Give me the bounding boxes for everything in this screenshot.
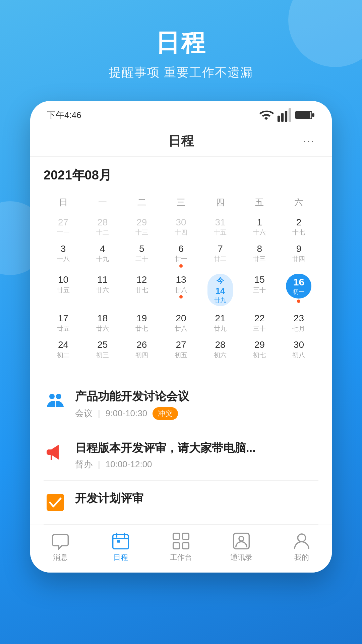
more-icon[interactable]: ··· — [303, 135, 315, 147]
event-title-2: 日程版本开发评审，请大家带电脑... — [75, 440, 318, 455]
calendar-day-cell[interactable]: 10廿五 — [44, 272, 83, 308]
nav-label-schedule: 日程 — [113, 552, 128, 562]
calendar-day-cell[interactable]: 13廿八 — [161, 272, 200, 308]
app-header: 日程 ··· — [30, 126, 332, 157]
svg-rect-0 — [278, 116, 280, 122]
calendar-day-cell[interactable]: 5二十 — [122, 241, 161, 270]
contacts-icon — [232, 532, 251, 550]
event-type-2: 督办 — [75, 459, 93, 470]
calendar-day-cell[interactable]: 25初三 — [83, 337, 122, 361]
calendar-day-cell[interactable]: 9廿四 — [279, 241, 318, 270]
weekday-thu: 四 — [201, 194, 240, 211]
calendar-month: 2021年08月 — [44, 167, 318, 184]
calendar-day-cell[interactable]: 19廿七 — [122, 310, 161, 335]
nav-item-messages[interactable]: 消息 — [30, 532, 90, 562]
battery-icon — [295, 110, 315, 120]
svg-rect-7 — [312, 113, 314, 117]
event-title-3: 开发计划评审 — [75, 491, 318, 505]
event-content-1: 产品功能开发讨论会议 会议 | 9:00-10:30 冲突 — [75, 389, 318, 420]
event-content-3: 开发计划评审 — [75, 491, 318, 509]
calendar-grid: 日 一 二 三 四 五 六 27十一28十二29十三30十四31十五1十六2十七… — [44, 194, 318, 361]
event-meta-2: 督办 | 10:00-12:00 — [75, 459, 318, 470]
calendar-day-cell[interactable]: 28初六 — [201, 337, 240, 361]
conflict-badge-1: 冲突 — [153, 407, 178, 420]
calendar-day-cell[interactable]: 今14廿九 — [201, 272, 240, 308]
nav-label-profile: 我的 — [294, 552, 309, 562]
calendar-day-cell[interactable]: 23七月 — [279, 310, 318, 335]
calendar-section: 2021年08月 日 一 二 三 四 五 六 27十一28十二29十三30十四3… — [30, 157, 332, 371]
svg-point-8 — [49, 394, 55, 399]
status-time: 下午4:46 — [47, 109, 81, 121]
calendar-day-cell[interactable]: 6廿一 — [161, 241, 200, 270]
workbench-icon — [172, 532, 190, 550]
event-content-2: 日程版本开发评审，请大家带电脑... 督办 | 10:00-12:00 — [75, 440, 318, 470]
event-icon-announce — [44, 440, 67, 464]
svg-rect-19 — [173, 542, 180, 549]
calendar-day-cell[interactable]: 21廿九 — [201, 310, 240, 335]
calendar-day-cell[interactable]: 29十三 — [122, 214, 161, 239]
event-meta-1: 会议 | 9:00-10:30 冲突 — [75, 407, 318, 420]
status-icons — [259, 108, 315, 122]
calendar-day-cell[interactable]: 30十四 — [161, 214, 200, 239]
svg-rect-3 — [289, 108, 291, 122]
calendar-day-cell[interactable]: 26初四 — [122, 337, 161, 361]
svg-rect-18 — [183, 533, 189, 539]
calendar-divider — [30, 375, 332, 375]
calendar-day-cell[interactable]: 1十六 — [240, 214, 279, 239]
calendar-day-cell[interactable]: 18廿六 — [83, 310, 122, 335]
phone-mockup: 下午4:46 日程 ··· — [30, 101, 332, 573]
calendar-day-cell[interactable]: 22三十 — [240, 310, 279, 335]
app-header-title: 日程 — [168, 132, 194, 150]
event-icon-task — [44, 491, 67, 514]
calendar-day-cell[interactable]: 27初五 — [161, 337, 200, 361]
calendar-day-cell[interactable]: 8廿三 — [240, 241, 279, 270]
calendar-day-cell[interactable]: 28十二 — [83, 214, 122, 239]
svg-rect-12 — [113, 535, 129, 549]
calendar-day-cell[interactable]: 7廿二 — [201, 241, 240, 270]
event-icon-meeting — [44, 389, 67, 412]
event-time-1: 9:00-10:30 — [106, 408, 147, 419]
weekday-sat: 六 — [279, 194, 318, 211]
page-header: 日程 提醒事项 重要工作不遗漏 — [0, 0, 362, 101]
wifi-icon — [259, 108, 274, 122]
calendar-day-cell[interactable]: 4十九 — [83, 241, 122, 270]
calendar-day-cell[interactable]: 16初一 — [279, 272, 318, 308]
svg-rect-16 — [117, 540, 120, 542]
svg-rect-2 — [285, 111, 287, 122]
calendar-day-cell[interactable]: 29初七 — [240, 337, 279, 361]
event-title-1: 产品功能开发讨论会议 — [75, 389, 318, 404]
event-item-2[interactable]: 日程版本开发评审，请大家带电脑... 督办 | 10:00-12:00 — [44, 430, 318, 481]
calendar-day-cell[interactable]: 27十一 — [44, 214, 83, 239]
calendar-day-cell[interactable]: 24初二 — [44, 337, 83, 361]
profile-icon — [292, 532, 311, 550]
svg-point-23 — [298, 534, 305, 542]
weekday-tue: 二 — [122, 194, 161, 211]
nav-item-schedule[interactable]: 日程 — [90, 532, 151, 562]
weekday-fri: 五 — [240, 194, 279, 211]
page-title: 日程 — [0, 27, 362, 59]
svg-rect-1 — [281, 113, 284, 122]
nav-item-workbench[interactable]: 工作台 — [151, 532, 211, 562]
weekday-mon: 一 — [83, 194, 122, 211]
calendar-day-cell[interactable]: 11廿六 — [83, 272, 122, 308]
event-list: 产品功能开发讨论会议 会议 | 9:00-10:30 冲突 日程版本开发评审，请… — [30, 379, 332, 524]
nav-label-workbench: 工作台 — [170, 552, 192, 562]
calendar-day-cell[interactable]: 3十八 — [44, 241, 83, 270]
calendar-day-cell[interactable]: 15三十 — [240, 272, 279, 308]
calendar-icon — [111, 532, 130, 550]
calendar-day-cell[interactable]: 30初八 — [279, 337, 318, 361]
nav-label-messages: 消息 — [53, 552, 68, 562]
calendar-day-cell[interactable]: 31十五 — [201, 214, 240, 239]
page-subtitle: 提醒事项 重要工作不遗漏 — [0, 64, 362, 81]
event-type-1: 会议 — [75, 408, 93, 419]
calendar-day-cell[interactable]: 17廿五 — [44, 310, 83, 335]
event-item-1[interactable]: 产品功能开发讨论会议 会议 | 9:00-10:30 冲突 — [44, 379, 318, 430]
calendar-day-cell[interactable]: 12廿七 — [122, 272, 161, 308]
nav-item-profile[interactable]: 我的 — [272, 532, 332, 562]
calendar-weekdays: 日 一 二 三 四 五 六 — [44, 194, 318, 211]
event-item-3[interactable]: 开发计划评审 — [44, 481, 318, 525]
nav-item-contacts[interactable]: 通讯录 — [211, 532, 272, 562]
calendar-day-cell[interactable]: 20廿八 — [161, 310, 200, 335]
calendar-day-cell[interactable]: 2十七 — [279, 214, 318, 239]
calendar-days: 27十一28十二29十三30十四31十五1十六2十七3十八4十九5二十6廿一7廿… — [44, 214, 318, 361]
